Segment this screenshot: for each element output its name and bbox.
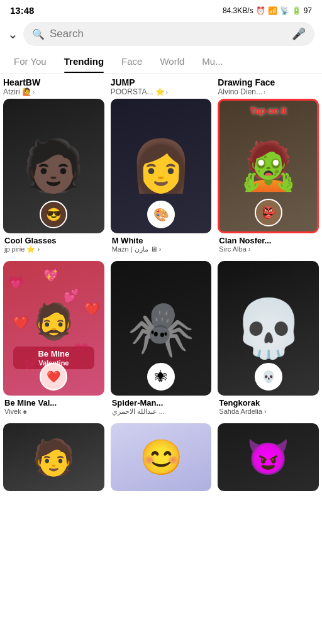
filter-name-jump: JUMP — [111, 77, 212, 87]
search-input[interactable] — [50, 28, 287, 40]
face-bottom2: 😊 — [140, 436, 183, 477]
grid-row-2: 💗 💕 💖 ❤️ 💗 💕 💖 ❤️ 🧔 Be Mine Valentine ❤️… — [0, 258, 322, 421]
filter-author-heartbw: Atziri 🙋 › — [3, 87, 104, 96]
tabs-bar: For You Trending Face World Mu... — [0, 50, 322, 74]
status-time: 13:48 — [10, 5, 34, 16]
alarm-icon: ⏰ — [256, 6, 265, 15]
face-mwhite: 👩 — [130, 136, 192, 196]
signal-icon: 📶 — [268, 6, 277, 15]
search-bar-area: ⌄ 🔍 🎤 — [0, 18, 322, 50]
thumb-nosfer[interactable]: 🧟 Tap on it 👺 — [218, 99, 319, 233]
wifi-icon: 📡 — [280, 6, 289, 15]
avatar-nosfer: 👺 — [255, 199, 282, 226]
tab-world[interactable]: World — [151, 50, 193, 73]
thumb-spiderman[interactable]: 🕷️ 🕷 — [111, 261, 212, 396]
filter-name-spiderman: Spider-Man... — [111, 398, 165, 408]
grid-cell-bottom2[interactable]: 😊 — [108, 421, 215, 496]
filter-author-skull: Sahda Ardelia › — [218, 408, 267, 415]
filter-name-drawingface: Drawing Face — [218, 77, 319, 87]
grid-row-3: 🧑 😊 😈 — [0, 421, 322, 496]
thumb-coolglasses[interactable]: 🧑🏿 😎 — [3, 99, 104, 233]
grid-cell-mwhite[interactable]: 👩 🎨 M White Mazn | مازن 🖥 › — [108, 96, 215, 258]
grid-cell-bottom1[interactable]: 🧑 — [0, 421, 108, 496]
face-nosfer: 🧟 — [239, 138, 298, 194]
grid-row-1: 🧑🏿 😎 Cool Glasses jp pirie ⭐ › 👩 🎨 M Whi… — [0, 96, 322, 258]
face-bottom1: 🧑 — [32, 436, 75, 477]
filter-author-spiderman: عبدالله الاحمري ... — [111, 408, 166, 416]
dropdown-arrow-icon[interactable]: ⌄ — [8, 26, 18, 42]
battery-level: 97 — [304, 6, 312, 15]
thumb-bottom1[interactable]: 🧑 — [3, 423, 104, 491]
tap-hint-nosfer: Tap on it — [250, 106, 286, 116]
avatar-mwhite: 🎨 — [147, 201, 175, 228]
filter-name-valentine: Be Mine Val... — [3, 398, 58, 408]
face-valentine: 🧔 — [32, 301, 75, 342]
grid-cell-valentine[interactable]: 💗 💕 💖 ❤️ 💗 💕 💖 ❤️ 🧔 Be Mine Valentine ❤️… — [0, 258, 108, 421]
tab-trending[interactable]: Trending — [55, 50, 113, 73]
grid-cell-nosfer[interactable]: 🧟 Tap on it 👺 Clan Nosfer... Sirc Alba › — [214, 96, 322, 258]
top-label-heartbw: HeartBW Atziri 🙋 › — [0, 77, 108, 96]
face-bottom3: 😈 — [247, 436, 290, 477]
avatar-spiderman: 🕷 — [147, 363, 175, 391]
filter-author-coolglasses: jp pirie ⭐ › — [3, 245, 41, 253]
data-speed: 84.3KB/s — [223, 6, 253, 15]
filter-name-skull: Tengkorak — [218, 398, 261, 408]
filter-author-nosfer: Sirc Alba › — [218, 245, 252, 253]
thumb-valentine[interactable]: 💗 💕 💖 ❤️ 💗 💕 💖 ❤️ 🧔 Be Mine Valentine ❤️ — [3, 261, 104, 396]
filter-name-mwhite: M White — [111, 236, 145, 245]
top-labels-row: HeartBW Atziri 🙋 › JUMP POORSTA... ⭐ › D… — [0, 74, 322, 96]
grid-cell-skull[interactable]: 💀 💀 Tengkorak Sahda Ardelia › — [214, 258, 322, 421]
tab-for-you[interactable]: For You — [5, 50, 55, 73]
face-coolglasses: 🧑🏿 — [22, 136, 85, 196]
filter-author-jump: POORSTA... ⭐ › — [111, 87, 212, 96]
search-icon: 🔍 — [32, 28, 45, 40]
status-bar: 13:48 84.3KB/s ⏰ 📶 📡 🔋 97 — [0, 0, 322, 18]
avatar-coolglasses: 😎 — [40, 201, 67, 228]
status-icons: 84.3KB/s ⏰ 📶 📡 🔋 97 — [223, 6, 312, 15]
filter-name-nosfer: Clan Nosfer... — [218, 236, 272, 245]
top-label-jump: JUMP POORSTA... ⭐ › — [108, 77, 215, 96]
thumb-bottom2[interactable]: 😊 — [111, 423, 212, 491]
filter-name-heartbw: HeartBW — [3, 77, 104, 87]
tab-mu[interactable]: Mu... — [193, 50, 231, 73]
top-label-drawingface: Drawing Face Alvino Dien... › — [214, 77, 322, 96]
filter-name-coolglasses: Cool Glasses — [3, 236, 57, 245]
battery-icon: 🔋 — [292, 6, 301, 15]
avatar-valentine: ❤️ — [40, 363, 67, 391]
thumb-mwhite[interactable]: 👩 🎨 — [111, 99, 212, 233]
filter-author-valentine: Vivek ♠ — [3, 408, 28, 415]
tab-face[interactable]: Face — [113, 50, 151, 73]
thumb-skull[interactable]: 💀 💀 — [218, 261, 319, 396]
filter-author-mwhite: Mazn | مازن 🖥 › — [111, 245, 163, 253]
filter-author-drawingface: Alvino Dien... › — [218, 87, 319, 96]
avatar-skull: 💀 — [255, 363, 282, 391]
grid-cell-coolglasses[interactable]: 🧑🏿 😎 Cool Glasses jp pirie ⭐ › — [0, 96, 108, 258]
thumb-bottom3[interactable]: 😈 — [218, 423, 319, 491]
search-bar[interactable]: 🔍 🎤 — [23, 22, 314, 46]
mic-icon[interactable]: 🎤 — [292, 27, 306, 41]
grid-cell-bottom3[interactable]: 😈 — [214, 421, 322, 496]
grid-cell-spiderman[interactable]: 🕷️ 🕷 Spider-Man... عبدالله الاحمري ... — [108, 258, 215, 421]
